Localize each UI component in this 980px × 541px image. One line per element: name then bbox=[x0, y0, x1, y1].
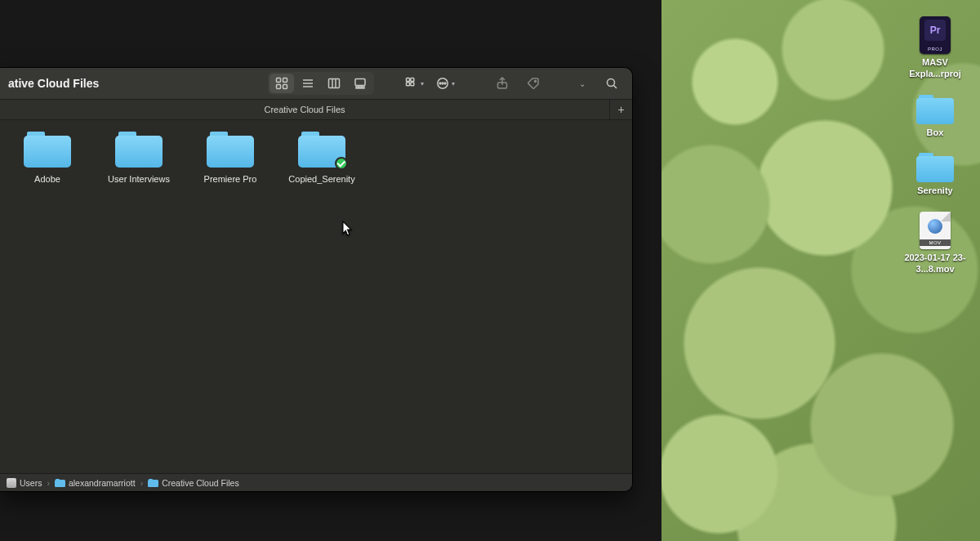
columns-icon bbox=[327, 77, 341, 90]
desktop-item-label: 2023-01-17 23-3...8.mov bbox=[898, 253, 972, 275]
svg-rect-3 bbox=[283, 85, 287, 89]
gallery-icon bbox=[354, 77, 367, 90]
icon-grid: Adobe User Interviews Premiere Pro Copie… bbox=[7, 132, 626, 185]
folder-item[interactable]: Premiere Pro bbox=[189, 132, 271, 185]
path-label: Users bbox=[20, 478, 42, 488]
chevron-down-icon: ▾ bbox=[452, 80, 455, 87]
finder-tabbar: Creative Cloud Files + bbox=[0, 99, 632, 120]
tag-icon bbox=[527, 77, 540, 90]
path-segment[interactable]: Users bbox=[7, 478, 42, 488]
folder-icon bbox=[115, 132, 163, 168]
svg-rect-7 bbox=[329, 79, 340, 88]
folder-item[interactable]: User Interviews bbox=[98, 132, 180, 185]
chevron-down-icon: ▾ bbox=[421, 80, 424, 87]
folder-icon bbox=[207, 132, 254, 168]
gallery-view-button[interactable] bbox=[348, 74, 372, 93]
toolbar-dropdown-button[interactable]: ⌄ bbox=[568, 74, 593, 93]
svg-point-20 bbox=[442, 83, 443, 84]
desktop-item-label: Box bbox=[927, 127, 944, 139]
finder-window: ative Cloud Files ▾ ▾ bbox=[0, 67, 633, 492]
sync-complete-badge-icon bbox=[335, 157, 348, 170]
folder-icon bbox=[298, 132, 345, 168]
list-view-button[interactable] bbox=[296, 74, 320, 93]
finder-pathbar: Users › alexandramarriott › Creative Clo… bbox=[0, 473, 632, 491]
item-label: Premiere Pro bbox=[204, 174, 257, 185]
path-segment[interactable]: Creative Cloud Files bbox=[148, 478, 239, 488]
icon-view-button[interactable] bbox=[270, 74, 294, 93]
share-button[interactable] bbox=[490, 74, 514, 93]
svg-line-25 bbox=[614, 86, 617, 89]
svg-rect-10 bbox=[355, 79, 365, 86]
svg-rect-0 bbox=[277, 78, 281, 83]
desktop-item-folder-box[interactable]: Box bbox=[898, 95, 972, 139]
folder-icon bbox=[916, 153, 954, 182]
tags-button[interactable] bbox=[521, 74, 546, 93]
folder-item[interactable]: Copied_Serenity bbox=[281, 132, 363, 185]
svg-rect-2 bbox=[277, 85, 281, 89]
list-icon bbox=[301, 77, 314, 90]
svg-point-19 bbox=[439, 83, 441, 84]
item-label: Adobe bbox=[34, 174, 60, 185]
column-view-button[interactable] bbox=[322, 74, 346, 93]
svg-rect-12 bbox=[359, 87, 362, 88]
action-menu-button[interactable]: ▾ bbox=[433, 74, 457, 93]
path-segment[interactable]: alexandramarriott bbox=[55, 478, 136, 488]
desktop-item-mov-file[interactable]: MOV 2023-01-17 23-3...8.mov bbox=[898, 212, 972, 275]
item-label: Copied_Serenity bbox=[288, 174, 354, 185]
svg-rect-13 bbox=[363, 87, 365, 88]
group-icon bbox=[405, 77, 418, 90]
finder-content-area[interactable]: Adobe User Interviews Premiere Pro Copie… bbox=[0, 120, 632, 473]
folder-icon bbox=[148, 479, 158, 487]
new-tab-button[interactable]: + bbox=[609, 100, 632, 119]
desktop-item-label: Serenity bbox=[917, 186, 952, 197]
desktop-item-premiere-project[interactable]: PrPROJ MASV Expla...rproj bbox=[898, 16, 972, 80]
path-separator-icon: › bbox=[47, 478, 50, 488]
folder-icon bbox=[55, 479, 65, 487]
folder-item[interactable]: Adobe bbox=[7, 132, 88, 185]
svg-rect-15 bbox=[410, 78, 413, 82]
svg-point-24 bbox=[608, 79, 615, 87]
view-switcher bbox=[268, 72, 374, 95]
svg-rect-11 bbox=[356, 87, 359, 88]
desktop-item-label: MASV Expla...rproj bbox=[898, 57, 972, 80]
svg-rect-14 bbox=[406, 78, 409, 82]
item-label: User Interviews bbox=[108, 174, 170, 185]
disk-icon bbox=[7, 478, 16, 488]
path-separator-icon: › bbox=[140, 478, 144, 488]
quicktime-file-icon: MOV bbox=[920, 212, 951, 249]
folder-icon bbox=[24, 132, 71, 168]
grid-icon bbox=[275, 77, 288, 90]
search-icon bbox=[605, 77, 618, 90]
window-title: ative Cloud Files bbox=[8, 77, 99, 90]
svg-point-21 bbox=[444, 83, 446, 84]
folder-icon bbox=[916, 95, 954, 124]
share-icon bbox=[496, 77, 509, 90]
svg-rect-17 bbox=[410, 83, 413, 86]
plus-icon: + bbox=[617, 103, 624, 116]
path-label: Creative Cloud Files bbox=[162, 478, 239, 488]
group-by-button[interactable]: ▾ bbox=[402, 74, 426, 93]
svg-rect-1 bbox=[283, 78, 287, 83]
svg-point-23 bbox=[535, 81, 537, 83]
desktop-icons-column: PrPROJ MASV Expla...rproj Box Serenity M… bbox=[898, 16, 972, 275]
finder-titlebar: ative Cloud Files ▾ ▾ bbox=[0, 68, 632, 99]
finder-tab[interactable]: Creative Cloud Files bbox=[0, 100, 609, 119]
chevron-down-icon: ⌄ bbox=[579, 79, 586, 88]
premiere-project-icon: PrPROJ bbox=[920, 16, 951, 54]
search-button[interactable] bbox=[599, 74, 624, 93]
desktop-item-folder-serenity[interactable]: Serenity bbox=[898, 153, 972, 197]
ellipsis-circle-icon bbox=[436, 77, 449, 90]
tab-label: Creative Cloud Files bbox=[264, 105, 345, 114]
path-label: alexandramarriott bbox=[69, 478, 136, 488]
svg-rect-16 bbox=[406, 83, 409, 86]
